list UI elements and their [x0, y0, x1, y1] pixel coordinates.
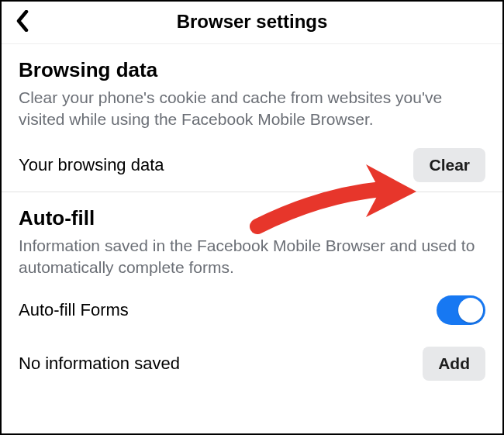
- toggle-knob: [458, 298, 483, 323]
- back-button[interactable]: [16, 10, 29, 35]
- no-information-saved-label: No information saved: [19, 354, 180, 374]
- section-auto-fill: Auto-fill Information saved in the Faceb…: [2, 192, 502, 279]
- chevron-left-icon: [16, 10, 29, 32]
- auto-fill-forms-label: Auto-fill Forms: [19, 300, 129, 320]
- browsing-data-description: Clear your phone's cookie and cache from…: [19, 87, 485, 131]
- your-browsing-data-label: Your browsing data: [19, 155, 164, 175]
- row-no-information-saved: No information saved Add: [2, 334, 502, 390]
- auto-fill-forms-toggle[interactable]: [437, 295, 485, 325]
- clear-button[interactable]: Clear: [413, 148, 485, 182]
- auto-fill-title: Auto-fill: [19, 206, 485, 230]
- section-browsing-data: Browsing data Clear your phone's cookie …: [2, 44, 502, 131]
- page-title: Browser settings: [16, 11, 488, 33]
- add-button[interactable]: Add: [423, 347, 485, 381]
- header-bar: Browser settings: [2, 2, 502, 44]
- row-your-browsing-data: Your browsing data Clear: [2, 140, 502, 192]
- row-auto-fill-forms: Auto-fill Forms: [2, 288, 502, 334]
- browsing-data-title: Browsing data: [19, 58, 485, 82]
- auto-fill-description: Information saved in the Facebook Mobile…: [19, 235, 485, 279]
